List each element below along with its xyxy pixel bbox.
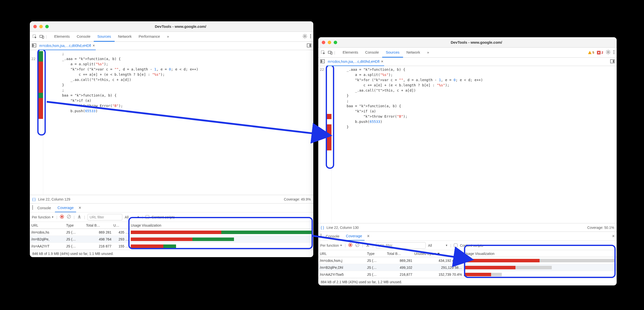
kebab-icon[interactable] bbox=[320, 233, 322, 239]
cell-viz bbox=[464, 273, 615, 277]
coverage-mode-select[interactable]: Per function ▼ bbox=[32, 215, 54, 219]
gear-icon[interactable] bbox=[606, 50, 611, 55]
col-url[interactable]: URL bbox=[31, 223, 66, 227]
type-filter-select[interactable]: All ▼ bbox=[428, 244, 448, 247]
url-filter-input[interactable]: URL filter bbox=[376, 242, 426, 249]
clear-icon[interactable] bbox=[67, 214, 71, 220]
col-type[interactable]: Type bbox=[367, 252, 387, 256]
close-window-button[interactable] bbox=[322, 41, 325, 44]
cell-type: JS (… bbox=[367, 266, 387, 270]
tab-sources[interactable]: Sources bbox=[382, 48, 403, 58]
tab-elements[interactable]: Elements bbox=[51, 32, 73, 42]
col-url[interactable]: URL bbox=[320, 252, 367, 256]
panel-tabs: Elements Console Sources Network Perform… bbox=[51, 32, 172, 42]
window-title: DevTools - www.google.com/ bbox=[51, 24, 310, 28]
cell-url: /m=cdos,hs bbox=[31, 230, 66, 234]
kebab-icon[interactable] bbox=[613, 50, 615, 55]
table-row[interactable]: /rs=AA2YrT JS (… 216 877 155 … bbox=[30, 243, 313, 250]
export-icon[interactable] bbox=[366, 243, 370, 248]
svg-rect-45 bbox=[613, 60, 614, 63]
device-icon[interactable] bbox=[327, 50, 333, 56]
drawer-tab-console[interactable]: Console bbox=[35, 204, 54, 212]
kebab-icon[interactable] bbox=[32, 205, 33, 211]
close-icon[interactable]: × bbox=[92, 43, 95, 48]
pretty-print-icon[interactable]: { } bbox=[32, 197, 36, 201]
file-tab[interactable]: m=cdos,hsm,jsa,…c,dtI0hd,eHDfl × bbox=[327, 58, 384, 66]
drawer-tab-coverage[interactable]: Coverage bbox=[55, 203, 76, 212]
kebab-icon[interactable] bbox=[310, 34, 311, 39]
record-icon[interactable] bbox=[60, 214, 64, 220]
errors-badge[interactable]: 2 bbox=[597, 51, 603, 55]
cell-type: JS (… bbox=[367, 259, 387, 263]
table-row[interactable]: /m=cdos,hs JS (… 869 281 435 … bbox=[30, 229, 313, 236]
main-toolbar: | Elements Console Sources Network » 5 2 bbox=[318, 48, 617, 58]
svg-line-52 bbox=[356, 244, 358, 246]
debugger-toggle-icon[interactable] bbox=[307, 43, 311, 48]
svg-rect-18 bbox=[310, 44, 310, 47]
tab-network[interactable]: Network bbox=[403, 48, 424, 58]
close-icon[interactable]: × bbox=[367, 234, 370, 239]
url-filter-input[interactable]: URL filter bbox=[88, 214, 122, 220]
col-viz[interactable]: Usage Visualization bbox=[464, 252, 615, 256]
debugger-toggle-icon[interactable] bbox=[610, 59, 615, 64]
device-icon[interactable] bbox=[39, 34, 45, 40]
svg-point-13 bbox=[310, 36, 311, 37]
svg-point-30 bbox=[608, 51, 609, 53]
record-icon[interactable] bbox=[348, 243, 352, 248]
type-filter-select[interactable]: All ▼ bbox=[125, 215, 140, 219]
traffic-lights bbox=[33, 25, 49, 28]
file-tab[interactable]: m=cdos,hsm,jsa,…c,dtI0hd,eHDfl × bbox=[38, 42, 96, 50]
tab-more[interactable]: » bbox=[163, 32, 172, 42]
close-icon[interactable]: × bbox=[78, 205, 81, 210]
cell-type: JS (… bbox=[66, 244, 86, 248]
tab-console[interactable]: Console bbox=[73, 32, 94, 42]
drawer-tabs: Console Coverage × × bbox=[318, 232, 617, 241]
close-window-button[interactable] bbox=[33, 25, 37, 28]
drawer-close-icon[interactable]: × bbox=[612, 234, 615, 239]
navigator-toggle-icon[interactable] bbox=[32, 43, 36, 48]
tab-console[interactable]: Console bbox=[362, 48, 382, 58]
tab-network[interactable]: Network bbox=[115, 32, 135, 42]
maximize-window-button[interactable] bbox=[45, 25, 49, 28]
clear-icon[interactable] bbox=[355, 243, 360, 248]
col-unused[interactable]: U… bbox=[114, 223, 131, 227]
table-row[interactable]: /m=B2qlPe,Dhl JS (… 499,102 291,129 58… bbox=[318, 264, 617, 271]
col-total[interactable]: Total B… bbox=[86, 223, 114, 227]
coverage-mode-select[interactable]: Per function ▼ bbox=[320, 244, 342, 247]
table-row[interactable]: /m=B2qlPe, JS (… 498 764 293 … bbox=[30, 236, 313, 243]
tab-sources[interactable]: Sources bbox=[94, 32, 114, 42]
close-icon[interactable]: × bbox=[381, 59, 383, 64]
code-editor[interactable]: 22 _.aaa = "k">function(a, b) { a = a.sp… bbox=[318, 66, 617, 223]
minimize-window-button[interactable] bbox=[328, 41, 331, 44]
pretty-print-icon[interactable]: { } bbox=[321, 226, 324, 230]
tab-elements[interactable]: Elements bbox=[339, 48, 362, 58]
warnings-badge[interactable]: 5 bbox=[588, 51, 594, 55]
svg-line-35 bbox=[607, 51, 607, 51]
navigator-toggle-icon[interactable] bbox=[320, 59, 325, 64]
drawer-tab-coverage[interactable]: Coverage bbox=[344, 232, 364, 241]
minimize-window-button[interactable] bbox=[39, 25, 43, 28]
drawer-tabs: Console Coverage × bbox=[30, 203, 313, 212]
drawer-tab-console[interactable]: Console bbox=[323, 232, 342, 240]
cursor-position: Line 22, Column 130 bbox=[326, 226, 358, 230]
tab-more[interactable]: » bbox=[424, 48, 433, 58]
code-editor[interactable]: 22 ; _.aaa = "k">function(a, b) { a = a.… bbox=[30, 50, 313, 195]
coverage-status: Coverage: 50.1% bbox=[587, 226, 614, 230]
inspect-icon[interactable] bbox=[32, 34, 38, 40]
cell-viz bbox=[464, 259, 615, 263]
col-unused[interactable]: Unused Bytes ▼ bbox=[414, 252, 464, 256]
cell-viz bbox=[131, 244, 312, 248]
svg-rect-16 bbox=[32, 44, 34, 47]
gear-icon[interactable] bbox=[302, 34, 307, 39]
maximize-window-button[interactable] bbox=[334, 41, 337, 44]
table-row[interactable]: /m=cdos,hsm,j JS (… 869,281 434,192 49.9… bbox=[318, 257, 617, 264]
col-total[interactable]: Total B… bbox=[387, 252, 414, 256]
inspect-icon[interactable] bbox=[320, 50, 326, 56]
tab-performance[interactable]: Performance bbox=[135, 32, 164, 42]
content-scripts-checkbox[interactable] bbox=[146, 215, 149, 219]
col-type[interactable]: Type bbox=[66, 223, 86, 227]
col-viz[interactable]: Usage Visualization bbox=[131, 223, 312, 227]
table-row[interactable]: /rs=AA2YrTsw5 JS (… 216,877 152,739 70.4… bbox=[318, 271, 617, 278]
content-scripts-checkbox[interactable] bbox=[454, 244, 458, 247]
export-icon[interactable] bbox=[77, 214, 82, 220]
